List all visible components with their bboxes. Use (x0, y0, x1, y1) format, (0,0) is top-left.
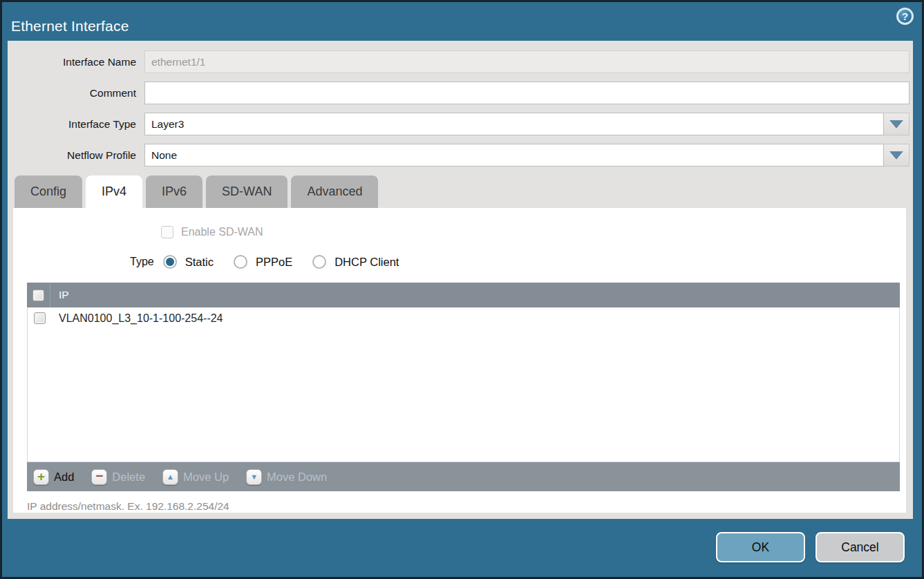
chevron-down-icon (889, 151, 903, 160)
ip-table-header: IP (27, 283, 900, 307)
tab-bar: Config IPv4 IPv6 SD-WAN Advanced (8, 175, 913, 208)
row-ip-value: VLAN0100_L3_10-1-100-254--24 (51, 312, 223, 325)
form-row-interface-type: Interface Type (8, 113, 909, 135)
chevron-down-icon (889, 120, 903, 129)
add-icon: + (33, 469, 49, 485)
radio-dhcp-client-label: DHCP Client (334, 256, 399, 269)
netflow-profile-dropdown-button[interactable] (884, 144, 909, 167)
enable-sdwan-checkbox (161, 226, 173, 238)
tab-ipv4[interactable]: IPv4 (86, 175, 142, 208)
row-checkbox-column (28, 307, 51, 329)
interface-type-input[interactable] (144, 113, 884, 135)
ip-table: IP VLAN0100_L3_10-1-100-254--24 + Add (27, 283, 900, 491)
ethernet-interface-dialog: Ethernet Interface ? Interface Name Comm… (0, 0, 924, 579)
ip-column-header: IP (50, 289, 69, 301)
radio-dhcp-client[interactable] (312, 255, 326, 269)
comment-input[interactable] (144, 82, 909, 104)
form-area: Interface Name Comment Interface Type (8, 41, 913, 167)
move-up-button-label: Move Up (183, 471, 229, 484)
add-button[interactable]: + Add (33, 469, 74, 485)
help-icon[interactable]: ? (896, 8, 914, 25)
interface-name-label: Interface Name (8, 56, 144, 68)
select-all-column (27, 283, 50, 307)
move-down-button-label: Move Down (267, 471, 327, 484)
type-label: Type (130, 256, 154, 268)
delete-icon: − (91, 469, 107, 485)
tab-ipv6[interactable]: IPv6 (146, 175, 202, 208)
move-down-icon: ▼ (246, 469, 262, 485)
ip-table-body: VLAN0100_L3_10-1-100-254--24 (27, 307, 900, 462)
radio-pppoe-label: PPPoE (256, 256, 292, 269)
ip-format-hint: IP address/netmask. Ex. 192.168.2.254/24 (27, 500, 906, 513)
tab-advanced[interactable]: Advanced (291, 175, 378, 208)
interface-type-dropdown-button[interactable] (884, 113, 909, 135)
type-radio-group: Type Static PPPoE DHCP Client (130, 255, 906, 269)
ipv4-tab-panel: Enable SD-WAN Type Static PPPoE DHCP Cli… (13, 208, 906, 513)
radio-option-dhcp-client[interactable]: DHCP Client (312, 255, 399, 269)
dialog-title: Ethernet Interface (11, 18, 129, 35)
radio-static-label: Static (185, 256, 214, 269)
interface-type-label: Interface Type (8, 118, 144, 131)
delete-button-label: Delete (112, 471, 145, 484)
form-row-netflow-profile: Netflow Profile (8, 144, 909, 167)
interface-name-input (144, 50, 909, 73)
delete-button: − Delete (91, 469, 145, 485)
form-row-comment: Comment (8, 82, 909, 104)
radio-option-pppoe[interactable]: PPPoE (234, 255, 292, 269)
move-up-icon: ▲ (162, 469, 178, 485)
netflow-profile-label: Netflow Profile (8, 149, 144, 162)
cancel-button[interactable]: Cancel (815, 532, 905, 562)
move-down-button: ▼ Move Down (246, 469, 327, 485)
select-all-checkbox[interactable] (32, 290, 44, 301)
radio-pppoe[interactable] (234, 255, 247, 269)
tab-sd-wan[interactable]: SD-WAN (206, 175, 287, 208)
tab-config[interactable]: Config (15, 175, 82, 208)
add-button-label: Add (54, 471, 74, 484)
dialog-footer: OK Cancel (716, 532, 905, 562)
row-checkbox[interactable] (34, 312, 46, 324)
enable-sdwan-row: Enable SD-WAN (161, 226, 906, 238)
dialog-titlebar: Ethernet Interface ? (2, 2, 922, 41)
form-row-interface-name: Interface Name (8, 50, 909, 73)
enable-sdwan-label: Enable SD-WAN (181, 226, 263, 238)
radio-static[interactable] (163, 255, 177, 269)
ip-table-toolbar: + Add − Delete ▲ Move Up ▼ Move Down (27, 462, 900, 491)
ok-button[interactable]: OK (716, 532, 805, 562)
comment-label: Comment (8, 87, 144, 99)
radio-option-static[interactable]: Static (163, 255, 214, 269)
move-up-button: ▲ Move Up (162, 469, 229, 485)
table-row[interactable]: VLAN0100_L3_10-1-100-254--24 (28, 307, 899, 329)
netflow-profile-input[interactable] (144, 144, 884, 167)
dialog-body: Interface Name Comment Interface Type (8, 41, 913, 519)
